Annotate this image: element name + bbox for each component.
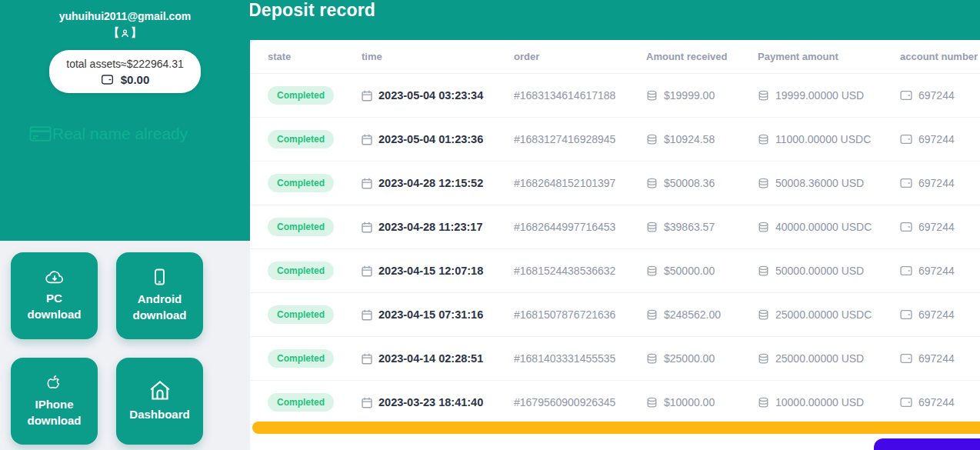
col-time: time (362, 51, 514, 62)
amount-received-value: $19999.00 (664, 89, 715, 102)
amount-received-cell: $25000.00 (646, 352, 758, 365)
time-value: 2023-04-28 12:15:52 (378, 177, 483, 189)
order-value: #1682644997716453 (514, 221, 615, 233)
payment-amount-cell: 50000.00000 USD (758, 265, 900, 277)
order-cell: #1683134614617188 (514, 89, 646, 102)
col-payment-amount: Payment amount (758, 51, 900, 62)
account-number-value: 697244 (918, 396, 955, 408)
time-cell: 2023-04-15 07:31:16 (362, 308, 514, 321)
order-value: #1681524438536632 (514, 265, 615, 277)
amount-received-cell: $10924.58 (646, 133, 758, 145)
iphone-download-label: IPhone download (19, 396, 90, 428)
bracket-right: 】 (131, 26, 142, 40)
payment-amount-cell: 25000.00000 USDC (758, 308, 900, 321)
state-cell: Completed (268, 130, 362, 148)
account-number-cell: 697244 (900, 308, 980, 321)
order-cell: #1683127416928945 (514, 133, 646, 145)
payment-amount-cell: 25000.00000 USD (758, 352, 900, 365)
table-row: Completed 2023-04-15 07:31:16 #168150787… (250, 293, 980, 337)
account-number-cell: 697244 (900, 396, 980, 408)
time-value: 2023-04-15 12:07:18 (378, 265, 483, 277)
coins-icon (758, 134, 769, 145)
bottom-right-button[interactable] (874, 438, 980, 450)
calendar-icon (362, 134, 372, 145)
time-value: 2023-05-04 01:23:36 (378, 133, 483, 145)
deposit-table-card: state time order Amount received Payment… (250, 40, 980, 450)
state-cell: Completed (268, 305, 362, 324)
account-number-value: 697244 (918, 352, 955, 365)
account-number-value: 697244 (918, 221, 955, 233)
coins-icon (758, 397, 769, 408)
user-icon (120, 28, 130, 38)
iphone-download-button[interactable]: IPhone download (11, 358, 98, 445)
amount-received-value: $39863.57 (664, 221, 715, 233)
payment-amount-value: 25000.00000 USDC (775, 308, 872, 321)
coins-icon (646, 90, 658, 102)
amount-received-cell: $248562.00 (646, 308, 758, 321)
total-assets-pill: total assets≈$222964.31 $0.00 (49, 50, 201, 93)
calendar-icon (362, 90, 372, 102)
state-cell: Completed (268, 393, 362, 412)
account-number-value: 697244 (918, 89, 955, 102)
account-number-cell: 697244 (900, 89, 980, 102)
time-cell: 2023-03-23 18:41:40 (362, 396, 514, 408)
account-number-value: 697244 (918, 133, 955, 145)
user-email: yuhuihui2011@gmail.com (0, 0, 250, 22)
wallet-icon (900, 309, 912, 320)
state-cell: Completed (268, 349, 362, 368)
coins-icon (758, 222, 769, 233)
coins-icon (758, 309, 769, 321)
coins-icon (646, 397, 658, 408)
android-phone-icon (154, 268, 165, 285)
status-badge: Completed (268, 349, 334, 368)
account-number-cell: 697244 (900, 265, 980, 277)
payment-amount-cell: 50008.36000 USD (758, 177, 900, 189)
amount-received-cell: $39863.57 (646, 221, 758, 233)
time-cell: 2023-04-28 12:15:52 (362, 177, 514, 189)
status-badge: Completed (268, 305, 334, 324)
table-row: Completed 2023-04-28 11:23:17 #168264499… (250, 205, 980, 249)
payment-amount-cell: 19999.00000 USD (758, 89, 900, 102)
coins-icon (646, 265, 658, 277)
cloud-download-icon (45, 269, 64, 285)
calendar-icon (362, 309, 372, 321)
account-number-value: 697244 (918, 265, 955, 277)
payment-amount-value: 25000.00000 USD (775, 352, 864, 365)
status-badge: Completed (268, 262, 334, 280)
account-number-value: 697244 (918, 308, 955, 321)
horizontal-scrollbar[interactable] (252, 422, 980, 434)
time-value: 2023-04-14 02:28:51 (378, 352, 483, 365)
pc-download-button[interactable]: PC download (11, 252, 98, 339)
apple-icon (47, 375, 62, 391)
amount-received-cell: $50008.36 (646, 177, 758, 189)
account-number-value: 697244 (918, 177, 955, 189)
time-cell: 2023-04-28 11:23:17 (362, 221, 514, 233)
wallet-icon (900, 222, 912, 232)
calendar-icon (362, 265, 372, 277)
time-cell: 2023-04-14 02:28:51 (362, 352, 514, 365)
amount-received-value: $10924.58 (664, 133, 715, 145)
dashboard-button[interactable]: Dashboard (116, 358, 203, 445)
col-amount-received: Amount received (646, 51, 758, 62)
amount-received-value: $10000.00 (664, 396, 715, 408)
android-download-button[interactable]: Android download (116, 252, 203, 339)
amount-received-value: $50008.36 (664, 177, 715, 189)
coins-icon (646, 178, 658, 189)
dashboard-label: Dashboard (125, 406, 195, 422)
col-state: state (268, 51, 362, 62)
coins-icon (758, 90, 769, 102)
amount-received-cell: $50000.00 (646, 265, 758, 277)
wallet-icon (900, 353, 912, 364)
state-cell: Completed (268, 262, 362, 280)
amount-received-cell: $10000.00 (646, 396, 758, 408)
payment-amount-cell: 10000.00000 USD (758, 396, 900, 408)
account-number-cell: 697244 (900, 177, 980, 189)
account-number-cell: 697244 (900, 133, 980, 145)
order-value: #1682648152101397 (514, 177, 615, 189)
table-row: Completed 2023-05-04 03:23:34 #168313461… (250, 74, 980, 118)
home-icon (148, 380, 172, 401)
time-value: 2023-04-15 07:31:16 (378, 308, 483, 321)
coins-icon (646, 353, 658, 365)
payment-amount-value: 19999.00000 USD (775, 89, 864, 102)
state-cell: Completed (268, 86, 362, 105)
